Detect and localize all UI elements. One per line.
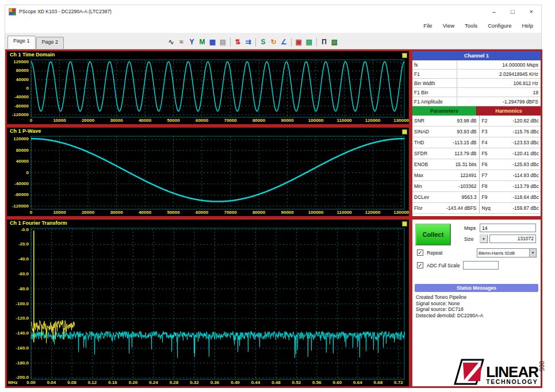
x-axis-label: 0.36 — [210, 380, 220, 385]
harmonics-header: Harmonics — [477, 106, 541, 116]
x-axis-label: 30000 — [110, 118, 123, 123]
channel-row: F1 Amplitude-1.294799 dBFS — [412, 97, 541, 106]
y-axis-label: -160.0 — [8, 345, 29, 351]
harmonic-label: F8 — [480, 183, 495, 189]
status-messages-header: Status Messages — [415, 284, 538, 292]
control-panel: Collect Msps Size ▼ 131072 ✓ Repeat Blkm… — [411, 218, 542, 388]
polyline-tool-icon[interactable]: ∠ — [279, 37, 289, 47]
parameter-value: -103362 — [432, 181, 480, 191]
x-axis-label: 0.68 — [374, 380, 383, 385]
histogram-tool-icon[interactable]: ▦ — [208, 37, 217, 47]
app-icon — [9, 8, 16, 16]
channel-field-label: fs — [412, 60, 457, 69]
channel-field-value: 106.812 Hz — [457, 80, 541, 86]
parameter-value: -143.44 dBFS — [432, 203, 480, 213]
x-axis-label: 0.16 — [108, 380, 117, 385]
harmonic-label: F3 — [480, 129, 495, 134]
x-axis-label: 0.44 — [251, 380, 261, 385]
parameters-row: Flor-143.44 dBFSNyq-159.87 dBc — [412, 203, 541, 214]
tab-page-1[interactable]: Page 1 — [7, 36, 36, 49]
measure-m-tool-icon[interactable]: M — [197, 37, 207, 47]
y-axis-label: 120000 — [8, 136, 29, 141]
menu-view[interactable]: View — [443, 22, 454, 29]
p_wave-canvas — [7, 128, 409, 216]
tab-page-2[interactable]: Page 2 — [36, 37, 64, 49]
x-axis-label: 0.00 — [26, 380, 36, 385]
y-axis-label: -0.0 — [8, 227, 29, 232]
y-axis-label: -40000 — [8, 94, 29, 99]
x-axis-label: 0.52 — [292, 380, 301, 385]
screen: PScope XD K103 - DC2290A-A (LTC2387) – □… — [0, 0, 555, 392]
harmonic-label: F4 — [480, 140, 495, 145]
waveform-tool-icon[interactable]: ∿ — [166, 37, 176, 47]
tiles-tool-icon[interactable]: ▣ — [294, 37, 304, 47]
adc-full-scale-checkbox[interactable]: ✓ — [417, 262, 423, 268]
menu-help[interactable]: Help — [522, 22, 533, 29]
pulse-tool-icon[interactable]: Π — [319, 37, 329, 47]
channel-field-value: -1.294799 dBFS — [457, 99, 541, 105]
x-axis-label: 40000 — [139, 210, 151, 215]
collect-button[interactable]: Collect — [415, 224, 451, 245]
adc-full-scale-label: ADC Full Scale — [427, 263, 460, 268]
size-dropdown-button[interactable]: ▼ — [480, 235, 488, 243]
collapse-tool-icon[interactable]: ⇅ — [233, 37, 243, 47]
x-axis-label: 120000 — [365, 210, 381, 215]
parameter-label: SINAD — [412, 129, 432, 134]
x-axis-label: 60000 — [196, 210, 208, 215]
x-axis-label: 0.48 — [271, 380, 281, 385]
size-value[interactable]: 131072 — [489, 235, 536, 243]
maximize-icon[interactable]: □ — [511, 9, 515, 15]
x-axis-label: 120000 — [365, 118, 381, 123]
y-axis-label: -140.0 — [8, 330, 29, 336]
harmonic-value: -120.41 dBc — [495, 151, 541, 156]
bars-tool-icon[interactable]: ▤ — [218, 37, 228, 47]
channel-row: fs14.000000 Msps — [412, 60, 541, 70]
menu-configure[interactable]: Configure — [488, 22, 511, 29]
x-axis-label: 80000 — [252, 118, 265, 123]
window-controls: – □ × — [492, 9, 538, 15]
harmonic-label: Nyq — [480, 205, 495, 211]
parameters-row: SFDR113.79 dBF5-120.41 dBc — [412, 148, 541, 159]
annotate-tool-icon[interactable]: ≈ — [177, 37, 186, 47]
window-function-dropdown[interactable]: Blkmn-Harris 92dB ▼ — [477, 248, 537, 258]
flags-tool-icon[interactable]: ▤ — [304, 37, 314, 47]
time-domain-legend-chip[interactable] — [402, 53, 407, 58]
parameters-row: DCLev9563.3F9-118.64 dBc — [412, 192, 541, 203]
parameter-label: ENOB — [412, 162, 432, 167]
expand-tool-icon[interactable]: ⇉ — [243, 37, 253, 47]
snake-tool-icon[interactable]: S — [258, 37, 268, 47]
time-domain-plot: Ch 1 Time Domain 12000080000400000-40000… — [5, 49, 411, 126]
close-icon[interactable]: × — [530, 9, 533, 15]
parameter-value: 93.93 dB — [432, 126, 480, 137]
dropdown-arrow-icon[interactable]: ▼ — [529, 249, 536, 257]
fourier-transform-legend-chip[interactable] — [402, 221, 407, 226]
msps-input[interactable] — [480, 224, 536, 232]
title-bar: PScope XD K103 - DC2290A-A (LTC2387) – □… — [5, 5, 541, 18]
adc-full-scale-input[interactable] — [463, 261, 499, 270]
x-axis-label: 130000 — [393, 118, 409, 123]
x-axis-label: 0 — [30, 118, 32, 123]
parameter-value: 93.98 dB — [432, 116, 480, 126]
window-function-value: Blkmn-Harris 92dB — [477, 251, 529, 256]
y-axis-label: -120000 — [8, 112, 29, 117]
repeat-checkbox[interactable]: ✓ — [417, 249, 423, 256]
x-axis-label: 80000 — [252, 210, 265, 215]
x-axis-label: 90000 — [281, 118, 294, 123]
toolbar: ∿≈YM▦▤⇅⇉S↻∠▣▤Π▧ — [166, 37, 339, 47]
harmonic-value: -114.93 dBc — [495, 172, 541, 178]
x-axis-label: 0.60 — [333, 380, 342, 385]
tab-bar: Page 1Page 2 — [7, 36, 64, 49]
menu-tools[interactable]: Tools — [465, 22, 477, 29]
parameters-row: ENOB15.31 bitsF6-125.83 dBc — [412, 159, 541, 170]
minimize-icon[interactable]: – — [492, 9, 496, 15]
x-axis-label: 20000 — [82, 118, 94, 123]
refresh-tool-icon[interactable]: ↻ — [269, 37, 278, 47]
image-tool-icon[interactable]: ▧ — [330, 37, 339, 47]
harmonic-value: -159.87 dBc — [495, 205, 541, 211]
x-axis-label: 0 — [30, 210, 32, 215]
toolbar-separator — [291, 38, 292, 47]
x-axis-label: 110000 — [337, 118, 352, 123]
p-wave-legend-chip[interactable] — [402, 129, 407, 134]
filter-y-tool-icon[interactable]: Y — [187, 37, 197, 47]
menu-file[interactable]: File — [423, 22, 432, 29]
